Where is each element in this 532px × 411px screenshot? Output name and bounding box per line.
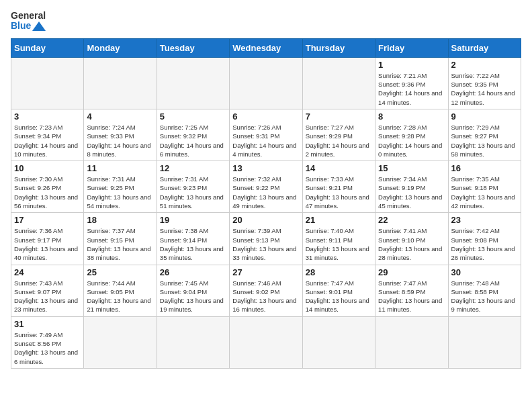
day-number: 28 <box>306 267 372 277</box>
day-info: Sunrise: 7:21 AM Sunset: 9:36 PM Dayligh… <box>378 71 445 107</box>
calendar-cell <box>230 57 302 109</box>
calendar-cell: 1Sunrise: 7:21 AM Sunset: 9:36 PM Daylig… <box>375 57 448 109</box>
day-number: 3 <box>14 111 81 122</box>
calendar-cell <box>157 57 229 109</box>
calendar-cell: 12Sunrise: 7:31 AM Sunset: 9:23 PM Dayli… <box>157 161 229 213</box>
day-number: 17 <box>14 215 81 225</box>
calendar-cell: 24Sunrise: 7:43 AM Sunset: 9:07 PM Dayli… <box>11 265 84 316</box>
calendar-cell: 17Sunrise: 7:36 AM Sunset: 9:17 PM Dayli… <box>11 213 84 265</box>
calendar-cell: 30Sunrise: 7:48 AM Sunset: 8:58 PM Dayli… <box>448 265 521 316</box>
day-number: 11 <box>87 163 153 173</box>
calendar-cell: 10Sunrise: 7:30 AM Sunset: 9:26 PM Dayli… <box>11 161 84 213</box>
day-number: 24 <box>14 267 81 277</box>
calendar-cell: 28Sunrise: 7:47 AM Sunset: 9:01 PM Dayli… <box>302 265 375 316</box>
calendar-cell <box>84 57 157 109</box>
week-row-0: 1Sunrise: 7:21 AM Sunset: 9:36 PM Daylig… <box>11 57 521 109</box>
day-info: Sunrise: 7:40 AM Sunset: 9:11 PM Dayligh… <box>306 226 372 262</box>
day-number: 18 <box>87 215 153 225</box>
calendar-cell: 4Sunrise: 7:24 AM Sunset: 9:33 PM Daylig… <box>84 109 157 161</box>
day-number: 22 <box>378 215 445 225</box>
day-info: Sunrise: 7:35 AM Sunset: 9:18 PM Dayligh… <box>451 175 518 210</box>
calendar-cell: 21Sunrise: 7:40 AM Sunset: 9:11 PM Dayli… <box>302 213 375 265</box>
calendar-cell: 20Sunrise: 7:39 AM Sunset: 9:13 PM Dayli… <box>230 213 302 265</box>
day-info: Sunrise: 7:41 AM Sunset: 9:10 PM Dayligh… <box>378 226 445 262</box>
day-info: Sunrise: 7:47 AM Sunset: 8:59 PM Dayligh… <box>378 279 445 314</box>
calendar-cell <box>84 316 157 368</box>
week-row-4: 24Sunrise: 7:43 AM Sunset: 9:07 PM Dayli… <box>11 265 521 316</box>
day-info: Sunrise: 7:31 AM Sunset: 9:25 PM Dayligh… <box>87 175 153 210</box>
day-header-saturday: Saturday <box>448 38 521 57</box>
day-info: Sunrise: 7:47 AM Sunset: 9:01 PM Dayligh… <box>306 279 372 314</box>
calendar-table: SundayMondayTuesdayWednesdayThursdayFrid… <box>11 38 521 369</box>
week-row-2: 10Sunrise: 7:30 AM Sunset: 9:26 PM Dayli… <box>11 161 521 213</box>
header: GeneralBlue <box>11 11 521 32</box>
week-row-1: 3Sunrise: 7:23 AM Sunset: 9:34 PM Daylig… <box>11 109 521 161</box>
day-header-thursday: Thursday <box>302 38 375 57</box>
day-header-sunday: Sunday <box>11 38 84 57</box>
day-info: Sunrise: 7:24 AM Sunset: 9:33 PM Dayligh… <box>87 123 153 158</box>
week-row-5: 31Sunrise: 7:49 AM Sunset: 8:56 PM Dayli… <box>11 316 521 368</box>
day-info: Sunrise: 7:25 AM Sunset: 9:32 PM Dayligh… <box>160 123 226 158</box>
day-number: 23 <box>451 215 518 225</box>
day-info: Sunrise: 7:30 AM Sunset: 9:26 PM Dayligh… <box>14 175 81 210</box>
calendar-cell: 22Sunrise: 7:41 AM Sunset: 9:10 PM Dayli… <box>375 213 448 265</box>
day-info: Sunrise: 7:32 AM Sunset: 9:22 PM Dayligh… <box>232 175 299 210</box>
calendar-cell: 14Sunrise: 7:33 AM Sunset: 9:21 PM Dayli… <box>302 161 375 213</box>
calendar-cell <box>302 57 375 109</box>
day-info: Sunrise: 7:37 AM Sunset: 9:15 PM Dayligh… <box>87 226 153 262</box>
day-info: Sunrise: 7:29 AM Sunset: 9:27 PM Dayligh… <box>451 123 518 158</box>
day-number: 4 <box>87 111 153 122</box>
day-info: Sunrise: 7:28 AM Sunset: 9:28 PM Dayligh… <box>378 123 445 158</box>
day-number: 8 <box>378 111 445 122</box>
day-number: 29 <box>378 267 445 277</box>
day-number: 27 <box>232 267 299 277</box>
day-header-tuesday: Tuesday <box>157 38 229 57</box>
day-number: 7 <box>306 111 372 122</box>
day-number: 14 <box>306 163 372 173</box>
day-number: 25 <box>87 267 153 277</box>
day-info: Sunrise: 7:23 AM Sunset: 9:34 PM Dayligh… <box>14 123 81 158</box>
calendar-cell: 9Sunrise: 7:29 AM Sunset: 9:27 PM Daylig… <box>448 109 521 161</box>
calendar-cell: 2Sunrise: 7:22 AM Sunset: 9:35 PM Daylig… <box>448 57 521 109</box>
day-number: 13 <box>232 163 299 173</box>
day-info: Sunrise: 7:48 AM Sunset: 8:58 PM Dayligh… <box>451 279 518 314</box>
calendar-cell: 31Sunrise: 7:49 AM Sunset: 8:56 PM Dayli… <box>11 316 84 368</box>
calendar-cell: 19Sunrise: 7:38 AM Sunset: 9:14 PM Dayli… <box>157 213 229 265</box>
calendar-cell <box>302 316 375 368</box>
svg-marker-0 <box>32 21 46 31</box>
calendar-cell: 18Sunrise: 7:37 AM Sunset: 9:15 PM Dayli… <box>84 213 157 265</box>
day-info: Sunrise: 7:44 AM Sunset: 9:05 PM Dayligh… <box>87 279 153 314</box>
day-number: 2 <box>451 60 518 70</box>
calendar-header-row: SundayMondayTuesdayWednesdayThursdayFrid… <box>11 38 521 57</box>
calendar-cell: 6Sunrise: 7:26 AM Sunset: 9:31 PM Daylig… <box>230 109 302 161</box>
day-info: Sunrise: 7:31 AM Sunset: 9:23 PM Dayligh… <box>160 175 226 210</box>
day-info: Sunrise: 7:43 AM Sunset: 9:07 PM Dayligh… <box>14 279 81 314</box>
calendar-cell: 11Sunrise: 7:31 AM Sunset: 9:25 PM Dayli… <box>84 161 157 213</box>
day-number: 6 <box>232 111 299 122</box>
calendar-cell: 27Sunrise: 7:46 AM Sunset: 9:02 PM Dayli… <box>230 265 302 316</box>
calendar-cell: 5Sunrise: 7:25 AM Sunset: 9:32 PM Daylig… <box>157 109 229 161</box>
day-header-wednesday: Wednesday <box>230 38 302 57</box>
calendar-cell: 23Sunrise: 7:42 AM Sunset: 9:08 PM Dayli… <box>448 213 521 265</box>
calendar-cell <box>157 316 229 368</box>
day-info: Sunrise: 7:38 AM Sunset: 9:14 PM Dayligh… <box>160 226 226 262</box>
calendar-cell <box>375 316 448 368</box>
day-info: Sunrise: 7:49 AM Sunset: 8:56 PM Dayligh… <box>14 330 81 366</box>
day-number: 9 <box>451 111 518 122</box>
day-number: 16 <box>451 163 518 173</box>
calendar-cell <box>448 316 521 368</box>
day-number: 20 <box>232 215 299 225</box>
calendar-cell: 29Sunrise: 7:47 AM Sunset: 8:59 PM Dayli… <box>375 265 448 316</box>
calendar-cell: 16Sunrise: 7:35 AM Sunset: 9:18 PM Dayli… <box>448 161 521 213</box>
day-info: Sunrise: 7:46 AM Sunset: 9:02 PM Dayligh… <box>232 279 299 314</box>
calendar-cell: 7Sunrise: 7:27 AM Sunset: 9:29 PM Daylig… <box>302 109 375 161</box>
day-header-friday: Friday <box>375 38 448 57</box>
day-number: 19 <box>160 215 226 225</box>
calendar-cell: 26Sunrise: 7:45 AM Sunset: 9:04 PM Dayli… <box>157 265 229 316</box>
day-info: Sunrise: 7:39 AM Sunset: 9:13 PM Dayligh… <box>232 226 299 262</box>
calendar-cell: 3Sunrise: 7:23 AM Sunset: 9:34 PM Daylig… <box>11 109 84 161</box>
calendar-cell <box>11 57 84 109</box>
day-number: 21 <box>306 215 372 225</box>
calendar-cell: 15Sunrise: 7:34 AM Sunset: 9:19 PM Dayli… <box>375 161 448 213</box>
day-number: 15 <box>378 163 445 173</box>
